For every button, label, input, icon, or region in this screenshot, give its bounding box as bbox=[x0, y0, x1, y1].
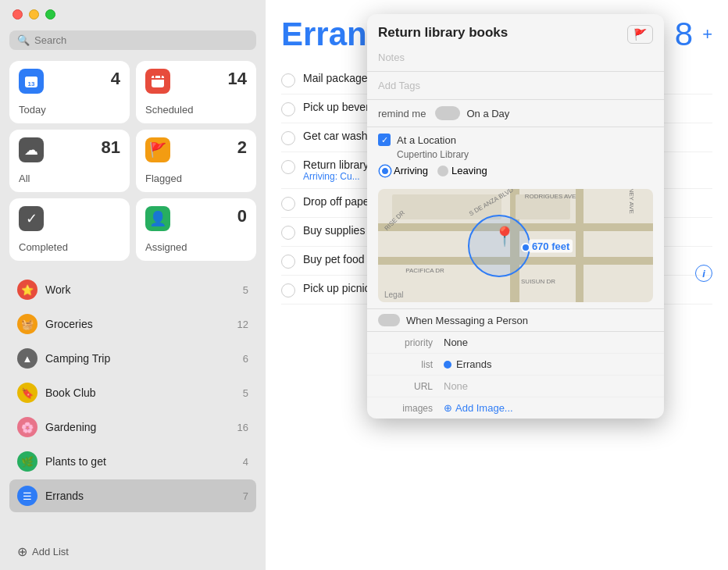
close-button[interactable] bbox=[12, 9, 23, 20]
leaving-radio[interactable] bbox=[437, 166, 448, 176]
list-row: list Errands bbox=[367, 354, 664, 376]
minimize-button[interactable] bbox=[29, 9, 39, 20]
plants-icon: 🌿 bbox=[17, 451, 37, 472]
gardening-icon: 🌸 bbox=[17, 417, 37, 437]
scheduled-label: Scheduled bbox=[145, 104, 247, 116]
arriving-label: Arriving bbox=[394, 165, 428, 176]
task-checkbox-7[interactable] bbox=[281, 255, 295, 269]
smart-lists: 13 4 Today 14 Scheduled ☁ 81 All 🚩 2 Fla… bbox=[9, 61, 256, 261]
detail-header: Return library books 🚩 bbox=[367, 14, 664, 44]
tags-section: Add Tags bbox=[367, 72, 664, 100]
work-icon: ⭐ bbox=[17, 280, 37, 300]
list-item-gardening[interactable]: 🌸 Gardening 16 bbox=[9, 411, 256, 444]
url-value[interactable]: None bbox=[444, 380, 468, 392]
map-road-label-5: PACIFICA DR bbox=[405, 267, 444, 274]
url-row: URL None bbox=[367, 376, 664, 397]
messaging-toggle[interactable] bbox=[378, 314, 400, 326]
smart-list-scheduled[interactable]: 14 Scheduled bbox=[136, 61, 256, 123]
detail-title: Return library books bbox=[378, 25, 508, 41]
completed-icon: ✓ bbox=[19, 206, 44, 231]
sidebar: 🔍 13 4 Today 14 Scheduled ☁ 81 All � bbox=[0, 0, 266, 570]
task-count-badge: 8 bbox=[675, 16, 693, 53]
scheduled-count: 14 bbox=[228, 69, 247, 89]
today-label: Today bbox=[19, 104, 120, 116]
errands-count: 7 bbox=[243, 490, 248, 502]
flagged-count: 2 bbox=[237, 137, 247, 158]
task-checkbox-4[interactable] bbox=[281, 160, 295, 174]
map-road-label-3: RODRIGUES AVE bbox=[525, 193, 576, 200]
task-checkbox-5[interactable] bbox=[281, 197, 295, 211]
custom-lists: ⭐ Work 5 🧺 Groceries 12 ▲ Camping Trip 6… bbox=[9, 273, 256, 536]
location-checkbox[interactable]: ✓ bbox=[378, 134, 391, 146]
arriving-option[interactable]: Arriving bbox=[380, 165, 428, 176]
map-legal: Legal bbox=[384, 290, 403, 299]
plants-label: Plants to get bbox=[45, 455, 243, 468]
camping-count: 6 bbox=[243, 353, 248, 365]
task-checkbox-2[interactable] bbox=[281, 102, 295, 116]
search-box: 🔍 bbox=[9, 30, 256, 50]
list-item-errands[interactable]: ☰ Errands 7 bbox=[9, 479, 256, 512]
smart-list-flagged[interactable]: 🚩 2 Flagged bbox=[136, 130, 256, 192]
bookclub-count: 5 bbox=[243, 387, 248, 399]
scheduled-icon bbox=[145, 69, 170, 94]
task-checkbox-1[interactable] bbox=[281, 73, 295, 87]
traffic-lights bbox=[9, 9, 256, 20]
search-input[interactable] bbox=[34, 34, 248, 46]
add-image-button[interactable]: ⊕ Add Image... bbox=[444, 402, 513, 414]
map-road-vertical-2 bbox=[576, 189, 583, 302]
all-count: 81 bbox=[102, 137, 120, 158]
remind-me-toggle[interactable] bbox=[435, 106, 460, 120]
list-color-dot bbox=[444, 361, 451, 369]
assigned-icon: 👤 bbox=[145, 206, 170, 231]
errands-label: Errands bbox=[45, 490, 243, 502]
completed-label: Completed bbox=[19, 241, 120, 253]
task-checkbox-6[interactable] bbox=[281, 226, 295, 240]
flag-button[interactable]: 🚩 bbox=[627, 25, 653, 44]
list-item-groceries[interactable]: 🧺 Groceries 12 bbox=[9, 308, 256, 340]
remind-me-label: remind me bbox=[378, 108, 426, 119]
gardening-label: Gardening bbox=[45, 421, 237, 433]
arriving-leaving: Arriving Leaving bbox=[380, 165, 653, 176]
messaging-label: When Messaging a Person bbox=[406, 315, 528, 326]
work-label: Work bbox=[45, 283, 243, 296]
smart-list-today[interactable]: 13 4 Today bbox=[9, 61, 130, 123]
camping-icon: ▲ bbox=[17, 348, 37, 369]
fullscreen-button[interactable] bbox=[45, 9, 55, 20]
add-task-button[interactable]: + bbox=[702, 24, 712, 45]
priority-row: priority None bbox=[367, 332, 664, 354]
errands-icon: ☰ bbox=[17, 486, 37, 506]
smart-list-assigned[interactable]: 👤 0 Assigned bbox=[136, 198, 256, 261]
smart-list-completed[interactable]: ✓ Completed bbox=[9, 198, 130, 261]
list-item-plants[interactable]: 🌿 Plants to get 4 bbox=[9, 445, 256, 478]
map-container: ANEY AVE S DE ANZA BLVD RODRIGUES AVE RI… bbox=[378, 189, 653, 302]
plants-count: 4 bbox=[243, 456, 248, 468]
groceries-count: 12 bbox=[237, 319, 248, 330]
leaving-label: Leaving bbox=[451, 165, 487, 176]
notes-placeholder[interactable]: Notes bbox=[378, 50, 653, 65]
meta-rows: priority None list Errands URL None imag… bbox=[367, 331, 664, 419]
messaging-row: When Messaging a Person bbox=[367, 308, 664, 331]
task-checkbox-3[interactable] bbox=[281, 131, 295, 145]
tags-placeholder[interactable]: Add Tags bbox=[378, 78, 653, 93]
images-key: images bbox=[378, 403, 433, 414]
today-icon: 13 bbox=[19, 69, 44, 94]
assigned-label: Assigned bbox=[145, 241, 247, 253]
leaving-option[interactable]: Leaving bbox=[437, 165, 487, 176]
arriving-radio[interactable] bbox=[380, 166, 391, 176]
list-value[interactable]: Errands bbox=[444, 358, 492, 370]
groceries-icon: 🧺 bbox=[17, 314, 37, 334]
list-item-bookclub[interactable]: 🔖 Book Club 5 bbox=[9, 376, 256, 409]
gardening-count: 16 bbox=[237, 422, 248, 433]
bookclub-label: Book Club bbox=[45, 387, 243, 399]
add-list[interactable]: ⊕ Add List bbox=[9, 536, 256, 570]
smart-list-all[interactable]: ☁ 81 All bbox=[9, 130, 130, 192]
images-row: images ⊕ Add Image... bbox=[367, 397, 664, 419]
flagged-icon: 🚩 bbox=[145, 137, 170, 162]
priority-key: priority bbox=[378, 337, 433, 348]
priority-value[interactable]: None bbox=[444, 337, 468, 348]
task-checkbox-8[interactable] bbox=[281, 283, 295, 297]
list-item-camping[interactable]: ▲ Camping Trip 6 bbox=[9, 342, 256, 375]
map-road-label-6: SUISUN DR bbox=[521, 278, 555, 285]
info-button[interactable]: i bbox=[695, 265, 712, 282]
list-item-work[interactable]: ⭐ Work 5 bbox=[9, 273, 256, 306]
